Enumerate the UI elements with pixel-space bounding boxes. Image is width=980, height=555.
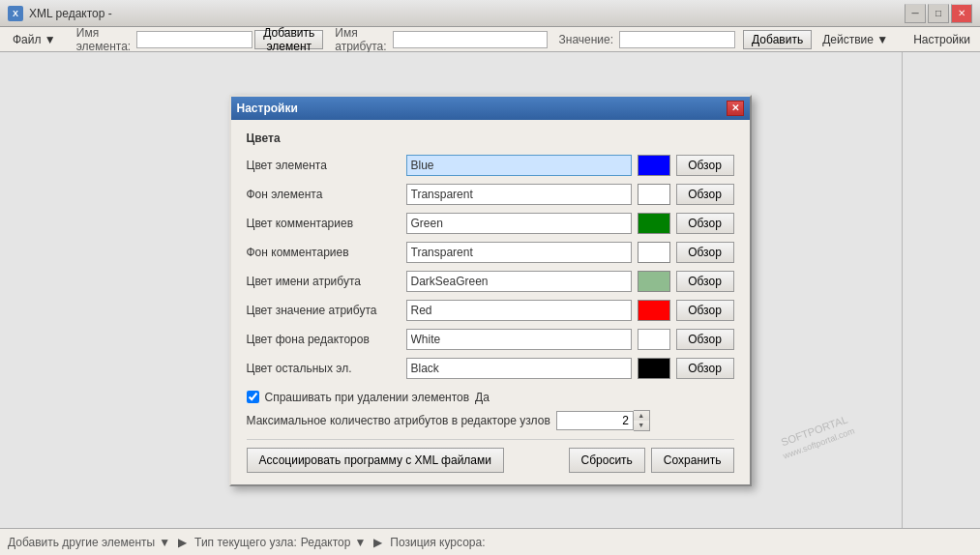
color-other-swatch	[638, 358, 670, 379]
status-separator: ▶	[178, 536, 187, 549]
delete-confirm-label: Спрашивать при удалении элементов	[265, 391, 470, 404]
app-icon: X	[8, 6, 23, 21]
delete-confirm-checkbox[interactable]	[247, 391, 259, 403]
color-attr-value-swatch	[638, 300, 670, 321]
color-attr-name-browse[interactable]: Обзор	[676, 271, 734, 292]
attr-name-label: Имя атрибута:	[331, 26, 390, 53]
spinner-buttons: ▲ ▼	[634, 410, 650, 431]
color-comment-bg-input[interactable]	[406, 242, 632, 263]
color-comment-bg-browse[interactable]: Обзор	[676, 242, 734, 263]
add-elements-label: Добавить другие элементы	[8, 536, 155, 549]
menu-bar: Файл ▼ Имя элемента: Добавить элемент Им…	[0, 27, 980, 52]
color-editor-bg-browse[interactable]: Обзор	[676, 329, 734, 350]
color-other-browse[interactable]: Обзор	[676, 358, 734, 379]
color-bg-input[interactable]	[406, 184, 632, 205]
color-row-editor-bg: Цвет фона редакторов Обзор	[247, 327, 734, 352]
title-bar: X XML редактор - ─ □ ✕	[0, 0, 980, 27]
max-attr-label: Максимальное количество атрибутов в реда…	[247, 414, 550, 427]
node-type-arrow: ▼	[354, 536, 366, 549]
color-bg-browse[interactable]: Обзор	[676, 184, 734, 205]
color-row-comment: Цвет комментариев Обзор	[247, 211, 734, 236]
add-button[interactable]: Добавить	[743, 30, 812, 49]
color-comment-browse[interactable]: Обзор	[676, 213, 734, 234]
dialog-title: Настройки	[237, 102, 298, 115]
options-section: Спрашивать при удалении элементов Да Мак…	[247, 391, 734, 431]
status-separator2: ▶	[373, 536, 382, 549]
node-type-value: Редактор	[301, 536, 351, 549]
dialog-body: Цвета Цвет элемента Обзор Фон элемента О…	[231, 120, 750, 484]
save-button[interactable]: Сохранить	[651, 448, 734, 473]
color-editor-bg-input[interactable]	[406, 329, 632, 350]
dialog-close-button[interactable]: ✕	[727, 101, 744, 116]
color-attr-name-label: Цвет имени атрибута	[247, 275, 406, 288]
window-controls: ─ □ ✕	[905, 4, 972, 23]
color-row-other: Цвет остальных эл. Обзор	[247, 356, 734, 381]
reset-button[interactable]: Сбросить	[569, 448, 645, 473]
color-attr-value-browse[interactable]: Обзор	[676, 300, 734, 321]
color-row-attr-name: Цвет имени атрибута Обзор	[247, 269, 734, 294]
color-other-label: Цвет остальных эл.	[247, 362, 406, 375]
main-content: Настройки ✕ Цвета Цвет элемента Обзор Фо…	[0, 52, 980, 528]
action-menu[interactable]: Действие ▼	[814, 30, 897, 49]
footer-btn-group: Сбросить Сохранить	[569, 448, 734, 473]
settings-menu[interactable]: Настройки	[905, 30, 979, 49]
delete-confirm-row: Спрашивать при удалении элементов Да	[247, 391, 734, 404]
color-bg-label: Фон элемента	[247, 188, 406, 201]
color-comment-bg-label: Фон комментариев	[247, 246, 406, 259]
add-element-button[interactable]: Добавить элемент	[254, 30, 323, 49]
cursor-label: Позиция курсора:	[390, 536, 485, 549]
color-comment-label: Цвет комментариев	[247, 217, 406, 230]
add-elements-arrow: ▼	[159, 536, 170, 549]
color-attr-name-input[interactable]	[406, 271, 632, 292]
status-bar: Добавить другие элементы ▼ ▶ Тип текущег…	[0, 528, 980, 555]
max-attr-input[interactable]	[556, 411, 634, 430]
minimize-button[interactable]: ─	[905, 4, 926, 23]
color-element-label: Цвет элемента	[247, 159, 406, 172]
element-name-input[interactable]	[136, 31, 252, 48]
value-label: Значение:	[555, 33, 618, 46]
color-row-element: Цвет элемента Обзор	[247, 153, 734, 178]
color-element-browse[interactable]: Обзор	[676, 155, 734, 176]
restore-button[interactable]: □	[928, 4, 949, 23]
color-comment-bg-swatch	[638, 242, 670, 263]
color-element-swatch	[638, 155, 670, 176]
node-type-label: Тип текущего узла:	[194, 536, 297, 549]
attr-name-input[interactable]	[393, 31, 548, 48]
color-bg-swatch	[638, 184, 670, 205]
color-element-input[interactable]	[406, 155, 632, 176]
color-other-input[interactable]	[406, 358, 632, 379]
color-editor-bg-label: Цвет фона редакторов	[247, 333, 406, 346]
color-comment-swatch	[638, 213, 670, 234]
spinner-container: ▲ ▼	[556, 410, 650, 431]
color-row-attr-value: Цвет значение атрибута Обзор	[247, 298, 734, 323]
window-title: XML редактор -	[29, 7, 112, 20]
spinner-up-button[interactable]: ▲	[634, 411, 649, 421]
associate-button[interactable]: Ассоциировать программу с XML файлами	[247, 448, 505, 473]
color-comment-input[interactable]	[406, 213, 632, 234]
color-row-bg: Фон элемента Обзор	[247, 182, 734, 207]
max-attr-row: Максимальное количество атрибутов в реда…	[247, 410, 734, 431]
value-input[interactable]	[619, 31, 735, 48]
color-editor-bg-swatch	[638, 329, 670, 350]
color-attr-value-input[interactable]	[406, 300, 632, 321]
delete-confirm-yes: Да	[475, 391, 490, 404]
element-name-label: Имя элемента:	[73, 26, 134, 53]
color-row-comment-bg: Фон комментариев Обзор	[247, 240, 734, 265]
file-menu[interactable]: Файл ▼	[4, 30, 65, 49]
spinner-down-button[interactable]: ▼	[634, 421, 649, 430]
dialog-footer: Ассоциировать программу с XML файлами Сб…	[247, 439, 734, 473]
close-button[interactable]: ✕	[951, 4, 972, 23]
color-attr-name-swatch	[638, 271, 670, 292]
color-attr-value-label: Цвет значение атрибута	[247, 304, 406, 317]
modal-overlay: Настройки ✕ Цвета Цвет элемента Обзор Фо…	[0, 52, 980, 528]
colors-section-label: Цвета	[247, 131, 734, 145]
settings-dialog: Настройки ✕ Цвета Цвет элемента Обзор Фо…	[229, 95, 752, 486]
dialog-title-bar: Настройки ✕	[231, 97, 750, 120]
